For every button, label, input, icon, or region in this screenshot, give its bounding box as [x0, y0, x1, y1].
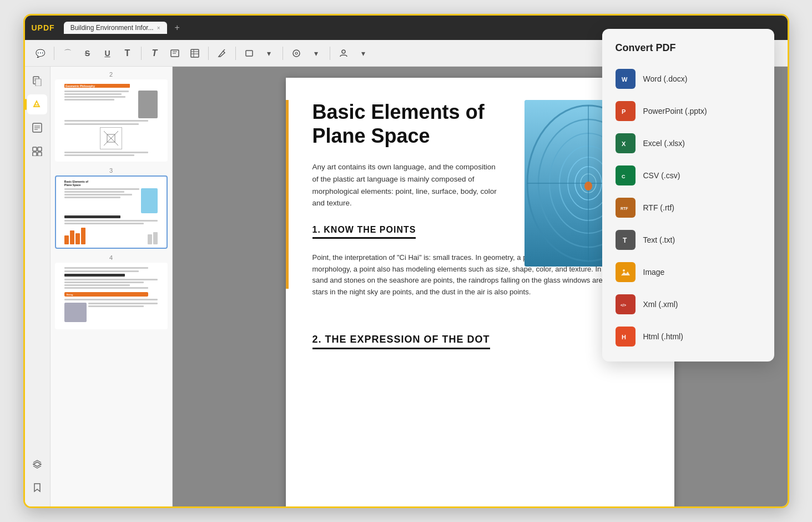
- convert-item-word[interactable]: W Word (.docx): [602, 63, 774, 95]
- excel-label: Excel (.xlsx): [643, 139, 685, 148]
- word-label: Word (.docx): [643, 74, 688, 83]
- page-body-paragraph: Any art contains its own language, and t…: [312, 161, 503, 209]
- tab-close-button[interactable]: ×: [157, 25, 160, 31]
- svg-rect-24: [38, 152, 42, 156]
- convert-panel-title: Convert PDF: [602, 42, 774, 63]
- convert-item-excel[interactable]: X Excel (.xlsx): [602, 127, 774, 159]
- convert-pdf-panel: Convert PDF W Word (.docx) P PowerPoint …: [602, 29, 774, 362]
- svg-rect-23: [33, 152, 37, 156]
- sidebar-item-organize[interactable]: [27, 141, 47, 161]
- toolbar-separator-5: [283, 47, 283, 60]
- strikethrough-icon[interactable]: S: [79, 44, 97, 62]
- xml-label: Xml (.xml): [643, 300, 678, 309]
- stamp-icon[interactable]: [288, 44, 305, 62]
- thumbnail-panel: 2 Geometric Philosophy: [51, 67, 173, 506]
- active-tab[interactable]: Building Environment Infor... ×: [64, 22, 167, 34]
- sidebar-bottom: [27, 454, 47, 502]
- updf-logo: UPDF: [32, 23, 55, 32]
- sidebar-item-edit[interactable]: [27, 118, 47, 138]
- layers-icon[interactable]: [27, 454, 47, 474]
- stamp-dropdown-icon[interactable]: ▾: [307, 44, 325, 62]
- svg-rect-21: [33, 147, 37, 151]
- thumbnail-page-4[interactable]: 4 String: [55, 254, 168, 329]
- svg-rect-3: [191, 49, 199, 57]
- convert-item-powerpoint[interactable]: P PowerPoint (.pptx): [602, 95, 774, 127]
- excel-icon: X: [616, 133, 636, 153]
- tab-title: Building Environment Infor...: [70, 24, 154, 32]
- toolbar-separator-4: [235, 47, 236, 60]
- sidebar-item-highlight[interactable]: [27, 94, 47, 114]
- svg-point-10: [295, 52, 297, 54]
- user-dropdown-icon[interactable]: ▾: [355, 44, 372, 62]
- svg-text:W: W: [622, 76, 628, 83]
- page-main-title: Basic Elements of Plane Space: [312, 100, 503, 148]
- svg-text:P: P: [622, 108, 626, 115]
- powerpoint-label: PowerPoint (.pptx): [643, 107, 707, 116]
- convert-item-text[interactable]: T Text (.txt): [602, 224, 774, 256]
- svg-text:T: T: [623, 237, 627, 244]
- section2-heading: 2. THE EXPRESSION OF THE DOT: [312, 334, 490, 349]
- csv-label: CSV (.csv): [643, 171, 680, 180]
- text-label: Text (.txt): [643, 235, 675, 244]
- comment-icon[interactable]: 💬: [32, 44, 49, 62]
- svg-text:C: C: [622, 174, 626, 179]
- toolbar-separator-1: [54, 47, 54, 60]
- bookmark-icon[interactable]: [27, 478, 47, 498]
- rect-icon[interactable]: [240, 44, 258, 62]
- shape-dropdown-icon[interactable]: ▾: [260, 44, 278, 62]
- svg-point-38: [584, 182, 592, 190]
- html-label: Html (.html): [643, 332, 683, 341]
- xml-icon: </>: [616, 294, 636, 314]
- page-accent-bar: [286, 100, 289, 289]
- word-icon: W: [616, 69, 636, 89]
- text-type-icon[interactable]: T: [119, 44, 137, 62]
- image-label: Image: [643, 268, 665, 277]
- svg-text:H: H: [622, 334, 626, 340]
- thumb-num-2: 2: [55, 71, 168, 78]
- convert-item-image[interactable]: Image: [602, 256, 774, 288]
- thumb-img-2: Geometric Philosophy: [55, 79, 168, 162]
- image-convert-icon: [616, 262, 636, 282]
- thumb-img-4: String: [55, 263, 168, 329]
- svg-rect-15: [36, 79, 41, 86]
- thumb-num-3: 3: [55, 167, 168, 174]
- active-indicator: [25, 99, 27, 110]
- rtf-icon: RTF: [616, 198, 636, 218]
- svg-text:RTF: RTF: [621, 207, 628, 210]
- new-tab-button[interactable]: +: [172, 23, 183, 33]
- svg-line-7: [223, 49, 225, 51]
- thumbnail-page-2[interactable]: 2 Geometric Philosophy: [55, 71, 168, 162]
- draw-icon[interactable]: [213, 44, 231, 62]
- user-icon[interactable]: [335, 44, 352, 62]
- section1-heading: 1. KNOW THE POINTS: [312, 225, 416, 239]
- table-icon[interactable]: [186, 44, 204, 62]
- csv-icon: C: [616, 165, 636, 185]
- html-icon: H: [616, 327, 636, 347]
- text-box-icon[interactable]: [166, 44, 184, 62]
- svg-point-9: [293, 50, 300, 57]
- svg-rect-51: [620, 267, 631, 278]
- bold-text-icon[interactable]: T: [146, 44, 164, 62]
- convert-item-rtf[interactable]: RTF RTF (.rtf): [602, 192, 774, 224]
- app-window: UPDF Building Environment Infor... × + 💬…: [23, 14, 789, 508]
- sidebar-left: [25, 67, 51, 506]
- svg-text:</>: </>: [621, 303, 626, 307]
- convert-item-xml[interactable]: </> Xml (.xml): [602, 288, 774, 320]
- text-convert-icon: T: [616, 230, 636, 250]
- thumb-num-4: 4: [55, 254, 168, 261]
- svg-text:X: X: [622, 140, 626, 147]
- toolbar-separator-3: [208, 47, 209, 60]
- convert-item-csv[interactable]: C CSV (.csv): [602, 159, 774, 192]
- thumbnail-page-3[interactable]: 3 Basic Elements ofPlane Space: [55, 167, 168, 249]
- rtf-label: RTF (.rtf): [643, 203, 675, 212]
- thumb-img-3: Basic Elements ofPlane Space: [55, 175, 168, 249]
- svg-rect-22: [38, 147, 42, 151]
- convert-item-html[interactable]: H Html (.html): [602, 320, 774, 353]
- underline-icon[interactable]: U: [99, 44, 117, 62]
- toolbar-separator-6: [330, 47, 330, 60]
- arc-icon[interactable]: ⌒: [59, 44, 77, 62]
- svg-point-52: [623, 269, 625, 272]
- svg-point-11: [342, 50, 345, 53]
- sidebar-item-pages[interactable]: [27, 71, 47, 91]
- svg-rect-8: [246, 51, 253, 56]
